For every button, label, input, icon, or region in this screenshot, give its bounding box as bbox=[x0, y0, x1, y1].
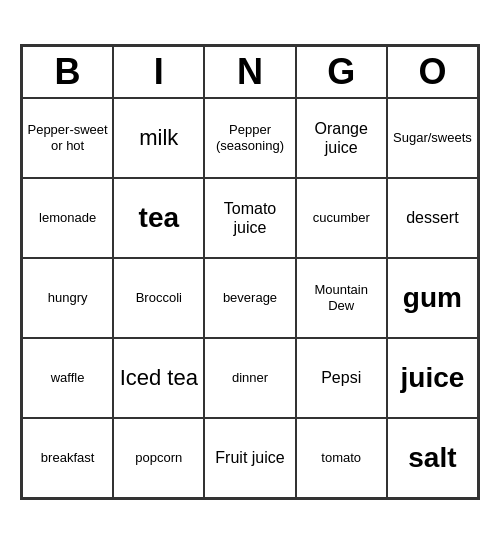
cell-label: tea bbox=[139, 201, 179, 235]
cell-label: lemonade bbox=[39, 210, 96, 226]
bingo-cell: Broccoli bbox=[113, 258, 204, 338]
header-letter: I bbox=[113, 46, 204, 98]
header-letter: B bbox=[22, 46, 113, 98]
cell-label: dinner bbox=[232, 370, 268, 386]
bingo-cell: salt bbox=[387, 418, 478, 498]
cell-label: popcorn bbox=[135, 450, 182, 466]
cell-label: Tomato juice bbox=[209, 199, 290, 237]
cell-label: salt bbox=[408, 441, 456, 475]
bingo-cell: hungry bbox=[22, 258, 113, 338]
cell-label: beverage bbox=[223, 290, 277, 306]
cell-label: hungry bbox=[48, 290, 88, 306]
cell-label: milk bbox=[139, 125, 178, 151]
cell-label: Pepsi bbox=[321, 368, 361, 387]
bingo-cell: popcorn bbox=[113, 418, 204, 498]
cell-label: Broccoli bbox=[136, 290, 182, 306]
bingo-row: breakfastpopcornFruit juicetomatosalt bbox=[22, 418, 478, 498]
bingo-cell: Mountain Dew bbox=[296, 258, 387, 338]
bingo-cell: juice bbox=[387, 338, 478, 418]
cell-label: dessert bbox=[406, 208, 458, 227]
bingo-cell: dinner bbox=[204, 338, 295, 418]
cell-label: Pepper-sweet or hot bbox=[27, 122, 108, 153]
bingo-cell: Tomato juice bbox=[204, 178, 295, 258]
cell-label: cucumber bbox=[313, 210, 370, 226]
bingo-cell: milk bbox=[113, 98, 204, 178]
bingo-cell: gum bbox=[387, 258, 478, 338]
bingo-cell: Pepper-sweet or hot bbox=[22, 98, 113, 178]
bingo-cell: lemonade bbox=[22, 178, 113, 258]
cell-label: gum bbox=[403, 281, 462, 315]
bingo-cell: Sugar/sweets bbox=[387, 98, 478, 178]
cell-label: Orange juice bbox=[301, 119, 382, 157]
bingo-row: lemonadeteaTomato juicecucumberdessert bbox=[22, 178, 478, 258]
cell-label: Sugar/sweets bbox=[393, 130, 472, 146]
bingo-row: waffleIced teadinnerPepsijuice bbox=[22, 338, 478, 418]
cell-label: Pepper (seasoning) bbox=[209, 122, 290, 153]
bingo-cell: Fruit juice bbox=[204, 418, 295, 498]
bingo-cell: tea bbox=[113, 178, 204, 258]
bingo-row: Pepper-sweet or hotmilkPepper (seasoning… bbox=[22, 98, 478, 178]
bingo-cell: waffle bbox=[22, 338, 113, 418]
bingo-row: hungryBroccolibeverageMountain Dewgum bbox=[22, 258, 478, 338]
cell-label: Mountain Dew bbox=[301, 282, 382, 313]
header-letter: O bbox=[387, 46, 478, 98]
cell-label: tomato bbox=[321, 450, 361, 466]
header-letter: N bbox=[204, 46, 295, 98]
bingo-cell: dessert bbox=[387, 178, 478, 258]
bingo-cell: tomato bbox=[296, 418, 387, 498]
cell-label: breakfast bbox=[41, 450, 94, 466]
bingo-cell: Pepsi bbox=[296, 338, 387, 418]
bingo-card: BINGO Pepper-sweet or hotmilkPepper (sea… bbox=[20, 44, 480, 500]
bingo-cell: cucumber bbox=[296, 178, 387, 258]
bingo-cell: beverage bbox=[204, 258, 295, 338]
header-letter: G bbox=[296, 46, 387, 98]
cell-label: juice bbox=[401, 361, 465, 395]
bingo-header: BINGO bbox=[22, 46, 478, 98]
bingo-grid: Pepper-sweet or hotmilkPepper (seasoning… bbox=[22, 98, 478, 498]
cell-label: waffle bbox=[51, 370, 85, 386]
cell-label: Fruit juice bbox=[215, 448, 284, 467]
bingo-cell: Iced tea bbox=[113, 338, 204, 418]
bingo-cell: Pepper (seasoning) bbox=[204, 98, 295, 178]
cell-label: Iced tea bbox=[120, 365, 198, 391]
bingo-cell: Orange juice bbox=[296, 98, 387, 178]
bingo-cell: breakfast bbox=[22, 418, 113, 498]
